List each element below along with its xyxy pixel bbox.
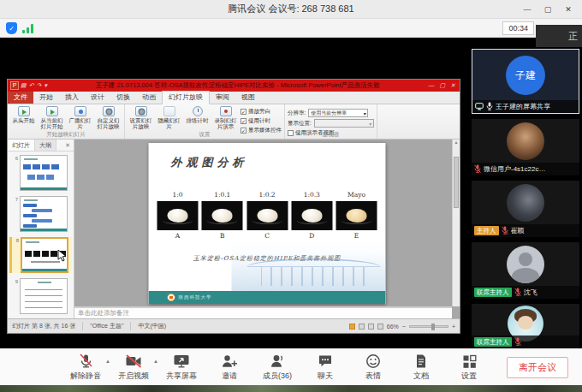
chevron-down-icon: ▾ [363,110,365,116]
use-timings-checkbox[interactable]: ✓使用计时 [241,117,282,125]
participant-tile[interactable]: 微信用户-4s1c22c… [472,119,579,175]
scrollbar-thumb[interactable] [454,157,459,208]
ppt-window-controls: — ▢ ✕ [429,82,458,89]
slide-number: 7 [11,196,18,202]
from-beginning-button[interactable]: 从头开始 [10,106,37,123]
checkbox-label: 使用计时 [248,117,270,125]
slide-thumbnail[interactable] [20,155,68,191]
pane-close-icon[interactable]: ✕ [65,142,74,149]
zoom-slider-thumb[interactable] [431,324,435,330]
hide-slide-button[interactable]: 隐藏幻灯片 [156,106,182,129]
record-slideshow-button[interactable]: 录制幻灯片演示 [212,106,239,129]
broadcast-slideshow-button[interactable]: 广播幻灯片 [67,106,93,129]
zoom-slider[interactable] [409,325,448,328]
zoom-in-icon[interactable]: + [452,324,455,330]
unmute-button[interactable]: 解除静音 ▲ [68,353,103,382]
slide-thumbnail[interactable] [20,278,68,314]
apps-grid-icon [460,353,478,370]
shared-screen-area: P ▤ ↶ ↷ ▾ 王子建 21.0713.004 答辩-OSA接枝改性淀粉稳定… [0,38,582,348]
ppt-close-icon[interactable]: ✕ [450,82,455,89]
network-signal-icon[interactable] [22,24,34,33]
tab-view[interactable]: 视图 [235,92,261,104]
tab-review[interactable]: 审阅 [210,92,235,104]
undo-icon[interactable]: ↶ [29,82,34,89]
zoom-level: 66% [387,324,399,330]
close-icon[interactable]: ✕ [558,0,579,19]
setup-slideshow-button[interactable]: 设置幻灯片放映 [128,106,154,129]
custom-slideshow-button[interactable]: 自定义幻灯片放映 [95,106,122,129]
ppt-status-bar: 幻灯片 第 8 张, 共 16 张 "Office 主题" 中文(中国) 66%… [8,318,460,333]
vertical-scrollbar[interactable]: ▲ [452,140,460,306]
participants-sidebar: 子建 王子建的屏幕共享 微信用户-4s1c22c… 主持人 [469,38,582,348]
reading-view-icon[interactable] [368,324,374,330]
current-slide[interactable]: 外观图分析 1:0 A 1:0.1 B [149,143,386,304]
resolution-label: 分辨率: [288,110,306,117]
rbtn-label: 自定义幻灯片放映 [95,117,122,129]
share-screen-button[interactable]: 共享屏幕 [164,353,199,382]
custom-show-gear-icon [103,106,115,116]
settings-button[interactable]: 设置 [452,353,486,382]
tab-animations[interactable]: 动画 [136,92,162,104]
tab-transitions[interactable]: 切换 [110,92,136,104]
tab-outline[interactable]: 大纲 [35,140,56,151]
participant-tile[interactable]: 主持人 崔颖 [472,181,579,237]
slide-counter: 幻灯片 第 8 张, 共 16 张 [12,322,75,330]
ppt-document-title: 王子建 21.0713.004 答辩-OSA接枝改性淀粉稳定HIPE对比实验 -… [47,81,429,90]
tab-design[interactable]: 设计 [85,92,110,104]
slideshow-view-icon[interactable] [377,324,383,330]
slide-thumbnail-row[interactable]: 6 [9,155,72,191]
slide-thumbnail-row[interactable]: 7 [9,196,72,232]
tab-slides-thumbnails[interactable]: 幻灯片 [8,140,35,151]
tab-insert[interactable]: 插入 [59,92,85,104]
window-controls: — ▢ ✕ [517,0,579,19]
redo-icon[interactable]: ↷ [37,82,42,89]
from-current-slide-button[interactable]: 从当前幻灯片开始 [39,106,65,129]
slide-thumbnail-row[interactable]: 9 [9,278,72,314]
maximize-icon[interactable]: ▢ [537,0,558,19]
show-on-select[interactable]: ▾ [314,119,374,128]
participant-tile-screen-share[interactable]: 子建 王子建的屏幕共享 [472,49,579,114]
resolution-select[interactable]: 使用当前分辨率▾ [308,109,368,117]
scroll-up-icon[interactable]: ▲ [454,140,459,145]
slide-sorter-view-icon[interactable] [359,324,365,330]
language-indicator[interactable]: 中文(中国) [138,322,166,330]
members-button[interactable]: 成员(36) [260,353,294,382]
minimize-icon[interactable]: — [517,0,537,19]
toolbar-label: 成员(36) [263,371,292,382]
docs-button[interactable]: 文档 [404,353,438,382]
participant-tile[interactable]: 联席主持人 沈飞 [472,242,579,299]
video-options-caret-icon[interactable]: ▲ [153,359,158,364]
rehearse-timings-button[interactable]: 排练计时 [184,106,211,123]
sample-photo [202,201,243,230]
ribbon-tabs: 文件 开始 插入 设计 切换 动画 幻灯片放映 审阅 视图 [8,92,460,104]
quick-access-toolbar[interactable]: ▤ ↶ ↷ ▾ [21,82,47,89]
zoom-out-icon[interactable]: − [402,324,406,330]
hide-slide-icon [163,106,175,116]
resolution-value: 使用当前分辨率 [311,110,347,117]
ratio-label: 1:0.2 [246,191,288,199]
normal-view-icon[interactable] [349,324,355,330]
meeting-toolbar: 解除静音 ▲ 开启视频 ▲ 共享屏幕 邀请 成员(36) [0,348,582,385]
sample-photo-cell: 1:0.1 B [202,191,243,240]
notes-placeholder[interactable]: 单击此处添加备注 [74,306,452,318]
tab-slideshow[interactable]: 幻灯片放映 [162,91,210,104]
chat-bubble-icon [317,353,334,370]
slide-thumbnail-row-current[interactable]: 8 [9,237,72,273]
start-video-button[interactable]: 开启视频 ▲ [116,353,151,382]
tab-home[interactable]: 开始 [33,92,59,104]
security-shield-icon[interactable]: ✓ [6,22,17,34]
play-narration-checkbox[interactable]: ✓播放旁白 [241,108,282,116]
tab-file[interactable]: 文件 [8,92,33,104]
leave-meeting-button[interactable]: 离开会议 [507,357,568,378]
participant-tile[interactable]: 联席主持人 [472,304,579,348]
emoji-button[interactable]: 表情 [356,353,390,382]
slide-thumbnail[interactable] [20,196,68,232]
ppt-restore-icon[interactable]: ▢ [440,82,446,89]
rbtn-label: 从当前幻灯片开始 [39,117,65,129]
rbtn-label: 广播幻灯片 [67,117,93,129]
ppt-minimize-icon[interactable]: — [429,82,435,89]
save-icon[interactable]: ▤ [21,82,27,89]
invite-button[interactable]: 邀请 [212,353,246,382]
mute-options-caret-icon[interactable]: ▲ [105,359,110,364]
chat-button[interactable]: 聊天 [308,353,342,382]
